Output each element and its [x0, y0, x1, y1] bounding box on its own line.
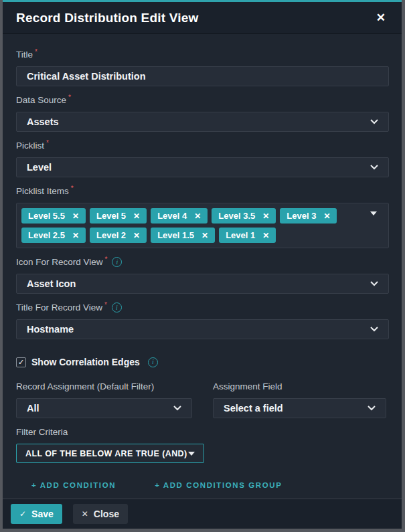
title-for-record-view-select[interactable]: Hostname	[16, 319, 389, 339]
field-label-text: Assignment Field	[213, 381, 282, 392]
title-for-record-view-field-label: Title For Record View* i	[16, 302, 389, 313]
selected-value: Asset Icon	[27, 278, 76, 289]
picklist-field-label: Picklist*	[16, 140, 389, 151]
record-distribution-edit-modal: Record Distribution Edit View ✕ Title* D…	[3, 0, 402, 529]
picklist-item-label: Level 5.5	[28, 211, 65, 221]
filter-criteria-field-label: Filter Criteria	[16, 426, 389, 438]
required-asterisk: *	[35, 46, 37, 58]
required-asterisk: *	[68, 92, 71, 103]
remove-tag-icon[interactable]: ✕	[72, 212, 79, 220]
assignment-field-select[interactable]: Select a field	[213, 398, 386, 418]
picklist-item-tag: Level 5 ✕	[90, 208, 147, 224]
picklist-items-field-label: Picklist Items*	[16, 185, 389, 197]
remove-tag-icon[interactable]: ✕	[262, 232, 269, 240]
field-label-text: Picklist	[16, 140, 44, 151]
chevron-down-icon	[368, 406, 376, 411]
picklist-item-label: Level 2.5	[28, 230, 65, 240]
picklist-item-label: Level 3	[287, 211, 316, 221]
picklist-item-tag: Level 3 ✕	[280, 208, 337, 224]
modal-footer: ✓ Save ✕ Close	[3, 499, 402, 529]
info-icon[interactable]: i	[112, 257, 122, 267]
assignment-row: Record Assignment (Default Filter) All A…	[16, 373, 389, 418]
caret-down-icon	[188, 452, 195, 456]
remove-tag-icon[interactable]: ✕	[262, 212, 269, 220]
remove-tag-icon[interactable]: ✕	[133, 212, 140, 220]
record-assignment-select[interactable]: All	[16, 398, 192, 418]
remove-tag-icon[interactable]: ✕	[323, 212, 330, 220]
selected-value: Hostname	[27, 324, 74, 335]
chevron-down-icon	[370, 165, 378, 170]
chevron-down-icon	[370, 119, 378, 124]
required-asterisk: *	[71, 183, 74, 194]
picklist-item-tag: Level 4 ✕	[151, 208, 208, 224]
picklist-item-tag: Level 1.5 ✕	[151, 228, 215, 243]
selected-value: ALL OF THE BELOW ARE TRUE (AND)	[25, 449, 187, 458]
chevron-down-icon	[370, 327, 378, 332]
show-correlation-edges-row: ✓ Show Correlation Edges i	[16, 357, 389, 367]
picklist-item-label: Level 5	[96, 211, 126, 221]
picklist-item-tag: Level 3.5 ✕	[212, 208, 276, 224]
chevron-down-icon	[173, 406, 181, 411]
data-source-select[interactable]: Assets	[16, 112, 389, 132]
chevron-down-icon	[370, 281, 378, 286]
icon-for-record-view-select[interactable]: Asset Icon	[16, 274, 389, 294]
close-icon[interactable]: ✕	[374, 9, 388, 26]
modal-body: Title* Data Source* Assets Picklist* Lev…	[3, 34, 402, 499]
condition-actions-row: + ADD CONDITION + ADD CONDITIONS GROUP	[31, 481, 389, 489]
correlation-edges-checkbox[interactable]: ✓	[16, 357, 26, 367]
title-field-label: Title*	[16, 49, 389, 60]
remove-tag-icon[interactable]: ✕	[133, 232, 140, 240]
picklist-item-tag: Level 2.5 ✕	[21, 228, 86, 243]
picklist-item-tag: Level 1 ✕	[219, 228, 276, 243]
correlation-edges-label: Show Correlation Edges	[31, 357, 140, 367]
filter-criteria-operator-select[interactable]: ALL OF THE BELOW ARE TRUE (AND)	[16, 444, 204, 463]
field-label-text: Filter Criteria	[16, 426, 68, 438]
close-button-label: Close	[94, 509, 119, 519]
picklist-item-label: Level 4	[157, 211, 187, 221]
title-input[interactable]	[16, 66, 389, 86]
picklist-item-label: Level 1.5	[157, 230, 194, 240]
add-condition-button[interactable]: + ADD CONDITION	[31, 481, 116, 489]
assignment-field-label: Assignment Field	[213, 381, 386, 392]
picklist-item-label: Level 1	[226, 230, 255, 240]
add-conditions-group-button[interactable]: + ADD CONDITIONS GROUP	[155, 481, 282, 489]
picklist-item-tag: Level 2 ✕	[90, 228, 147, 243]
required-asterisk: *	[105, 254, 108, 265]
picklist-item-tag: Level 5.5 ✕	[21, 208, 86, 224]
remove-tag-icon[interactable]: ✕	[72, 232, 79, 240]
picklist-items-multiselect[interactable]: Level 5.5 ✕ Level 5 ✕ Level 4 ✕ Level 3.…	[16, 203, 389, 248]
record-assignment-field-label: Record Assignment (Default Filter)	[16, 381, 192, 392]
info-icon[interactable]: i	[112, 302, 122, 313]
field-label-text: Data Source	[16, 94, 66, 106]
close-button[interactable]: ✕ Close	[73, 504, 128, 524]
picklist-item-label: Level 2	[96, 230, 126, 240]
data-source-field-label: Data Source*	[16, 94, 389, 106]
field-label-text: Record Assignment (Default Filter)	[16, 381, 154, 392]
selected-value: Assets	[27, 116, 59, 127]
modal-title: Record Distribution Edit View	[16, 11, 374, 25]
picklist-item-label: Level 3.5	[218, 211, 255, 221]
field-label-text: Title	[16, 49, 33, 60]
picklist-select[interactable]: Level	[16, 157, 389, 177]
field-label-text: Title For Record View	[16, 302, 102, 313]
save-button[interactable]: ✓ Save	[11, 504, 62, 524]
x-icon: ✕	[82, 509, 88, 519]
check-icon: ✓	[19, 509, 26, 519]
field-label-text: Icon For Record View	[16, 256, 103, 268]
remove-tag-icon[interactable]: ✕	[194, 212, 201, 220]
caret-down-icon[interactable]	[370, 211, 377, 215]
icon-for-record-view-field-label: Icon For Record View* i	[16, 256, 389, 268]
remove-tag-icon[interactable]: ✕	[201, 232, 208, 240]
field-label-text: Picklist Items	[16, 185, 69, 197]
required-asterisk: *	[104, 299, 107, 311]
save-button-label: Save	[31, 509, 54, 519]
modal-header: Record Distribution Edit View ✕	[3, 2, 402, 34]
required-asterisk: *	[46, 137, 49, 149]
selected-value: Level	[27, 162, 52, 173]
selected-value: All	[27, 403, 39, 414]
info-icon[interactable]: i	[148, 357, 158, 367]
selected-value: Select a field	[224, 403, 283, 414]
